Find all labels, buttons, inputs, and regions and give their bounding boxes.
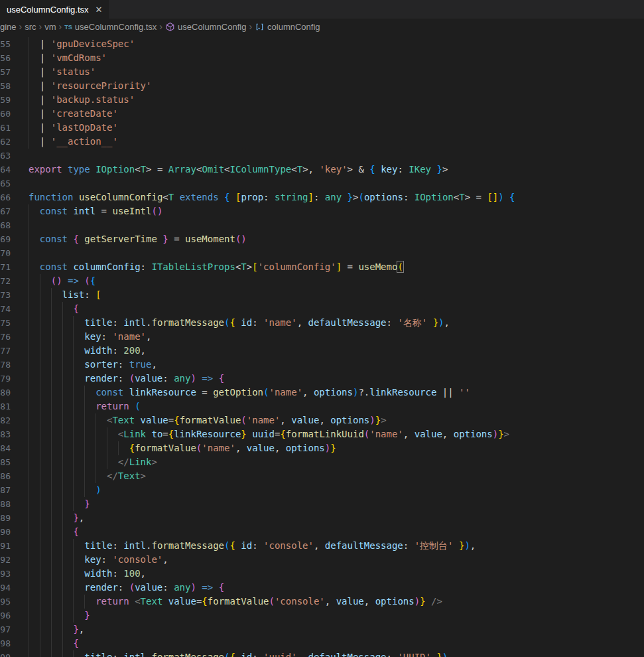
line-number[interactable]: 55 [0, 37, 11, 51]
line-number[interactable]: 77 [0, 344, 11, 358]
line-number[interactable]: 62 [0, 135, 11, 149]
code-line-67[interactable]: 67const intl = useIntl() [0, 204, 644, 218]
line-number[interactable]: 58 [0, 79, 11, 93]
code-line-57[interactable]: 57| 'status' [0, 65, 644, 79]
line-number[interactable]: 91 [0, 539, 11, 553]
line-number[interactable]: 78 [0, 358, 11, 372]
line-number[interactable]: 66 [0, 190, 11, 204]
line-number[interactable]: 72 [0, 274, 11, 288]
code-line-99[interactable]: 99title: intl.formatMessage({ id: 'uuid'… [0, 650, 644, 657]
line-number[interactable]: 63 [0, 149, 11, 163]
code-line-84[interactable]: 84{formatValue('name', value, options)} [0, 441, 644, 455]
line-number[interactable]: 64 [0, 163, 11, 177]
code-line-65[interactable]: 65 [0, 177, 644, 190]
code-line-58[interactable]: 58| 'resourcePriority' [0, 79, 644, 93]
line-number[interactable]: 96 [0, 609, 11, 622]
code-line-93[interactable]: 93width: 100, [0, 567, 644, 581]
code-line-96[interactable]: 96} [0, 609, 644, 622]
line-number[interactable]: 92 [0, 553, 11, 567]
indent-guide [29, 274, 29, 288]
breadcrumb-item-src[interactable]: src [25, 22, 36, 32]
line-number[interactable]: 86 [0, 469, 11, 483]
line-number[interactable]: 95 [0, 595, 11, 609]
code-line-82[interactable]: 82<Text value={formatValue('name', value… [0, 413, 644, 427]
line-number[interactable]: 87 [0, 483, 11, 497]
code-line-73[interactable]: 73list: [ [0, 288, 644, 302]
breadcrumb-item-vm[interactable]: vm [44, 22, 56, 32]
code-line-55[interactable]: 55| 'gpuDeviceSpec' [0, 37, 644, 51]
code-line-90[interactable]: 90{ [0, 525, 644, 539]
line-number[interactable]: 89 [0, 511, 11, 525]
line-number[interactable]: 79 [0, 372, 11, 386]
line-number[interactable]: 67 [0, 204, 11, 218]
tab-useColumnConfig[interactable]: useColumnConfig.tsx ✕ [0, 0, 109, 19]
line-number[interactable]: 60 [0, 107, 11, 121]
line-number[interactable]: 56 [0, 51, 11, 65]
line-number[interactable]: 80 [0, 386, 11, 400]
line-number[interactable]: 71 [0, 260, 11, 274]
code-line-60[interactable]: 60| 'createDate' [0, 107, 644, 121]
code-line-81[interactable]: 81return ( [0, 400, 644, 413]
code-line-89[interactable]: 89}, [0, 511, 644, 525]
code-line-75[interactable]: 75title: intl.formatMessage({ id: 'name'… [0, 316, 644, 330]
code-line-63[interactable]: 63 [0, 149, 644, 163]
code-line-79[interactable]: 79render: (value: any) => { [0, 372, 644, 386]
code-line-68[interactable]: 68 [0, 218, 644, 232]
code-line-85[interactable]: 85</Link> [0, 455, 644, 469]
line-number[interactable]: 93 [0, 567, 11, 581]
code-line-74[interactable]: 74{ [0, 302, 644, 316]
code-line-61[interactable]: 61| 'lastOpDate' [0, 121, 644, 135]
code-line-87[interactable]: 87) [0, 483, 644, 497]
line-number[interactable]: 90 [0, 525, 11, 539]
line-number[interactable]: 83 [0, 427, 11, 441]
line-number[interactable]: 81 [0, 400, 11, 413]
code-editor[interactable]: 55| 'gpuDeviceSpec'56| 'vmCdRoms'57| 'st… [0, 35, 644, 657]
code-line-62[interactable]: 62| '__action__' [0, 135, 644, 149]
code-line-77[interactable]: 77width: 200, [0, 344, 644, 358]
line-number[interactable]: 59 [0, 93, 11, 107]
code-line-92[interactable]: 92key: 'console', [0, 553, 644, 567]
line-number[interactable]: 69 [0, 232, 11, 246]
code-line-71[interactable]: 71const columnConfig: ITableListProps<T>… [0, 260, 644, 274]
code-line-80[interactable]: 80const linkResource = getOption('name',… [0, 386, 644, 400]
code-line-66[interactable]: 66function useColumnConfig<T extends { [… [0, 190, 644, 204]
breadcrumb-item-useColumnConfig-tsx[interactable]: TSuseColumnConfig.tsx [64, 22, 157, 32]
code-line-98[interactable]: 98{ [0, 636, 644, 650]
close-icon[interactable]: ✕ [96, 5, 103, 14]
line-number[interactable]: 97 [0, 622, 11, 636]
code-line-69[interactable]: 69const { getServerTime } = useMoment() [0, 232, 644, 246]
code-line-56[interactable]: 56| 'vmCdRoms' [0, 51, 644, 65]
line-number[interactable]: 75 [0, 316, 11, 330]
code-line-64[interactable]: 64export type IOption<T> = Array<Omit<IC… [0, 163, 644, 177]
code-line-88[interactable]: 88} [0, 497, 644, 511]
code-line-95[interactable]: 95return <Text value={formatValue('conso… [0, 595, 644, 609]
code-line-91[interactable]: 91title: intl.formatMessage({ id: 'conso… [0, 539, 644, 553]
line-number[interactable]: 74 [0, 302, 11, 316]
line-number[interactable]: 65 [0, 177, 11, 190]
breadcrumb-item-useColumnConfig[interactable]: useColumnConfig [165, 22, 246, 32]
line-number[interactable]: 85 [0, 455, 11, 469]
breadcrumb-item-columnConfig[interactable]: columnConfig [255, 22, 320, 32]
line-number[interactable]: 73 [0, 288, 11, 302]
line-number[interactable]: 61 [0, 121, 11, 135]
line-number[interactable]: 98 [0, 636, 11, 650]
code-line-94[interactable]: 94render: (value: any) => { [0, 581, 644, 595]
code-line-76[interactable]: 76key: 'name', [0, 330, 644, 344]
line-number[interactable]: 99 [0, 650, 11, 657]
line-number[interactable]: 84 [0, 441, 11, 455]
line-number[interactable]: 57 [0, 65, 11, 79]
line-number[interactable]: 94 [0, 581, 11, 595]
code-line-83[interactable]: 83<Link to={linkResource} uuid={formatLi… [0, 427, 644, 441]
code-line-70[interactable]: 70 [0, 246, 644, 260]
code-line-78[interactable]: 78sorter: true, [0, 358, 644, 372]
code-line-86[interactable]: 86</Text> [0, 469, 644, 483]
breadcrumb-item-gine[interactable]: gine [0, 22, 17, 32]
line-number[interactable]: 76 [0, 330, 11, 344]
code-line-97[interactable]: 97}, [0, 622, 644, 636]
line-number[interactable]: 88 [0, 497, 11, 511]
line-number[interactable]: 82 [0, 413, 11, 427]
code-line-72[interactable]: 72() => ({ [0, 274, 644, 288]
line-number[interactable]: 70 [0, 246, 11, 260]
code-line-59[interactable]: 59| 'backup.status' [0, 93, 644, 107]
line-number[interactable]: 68 [0, 218, 11, 232]
